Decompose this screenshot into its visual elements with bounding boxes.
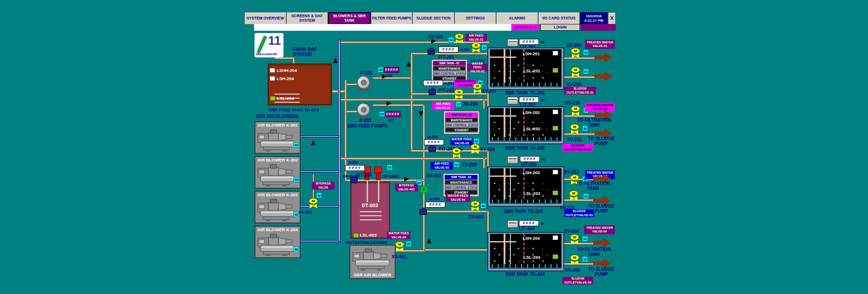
hmi-screen: SYSTEM OVERVIEW SCREENS & DAF SYSTEM BLO…: [0, 0, 868, 294]
xv-204-label: XV-204: [566, 82, 581, 87]
valve-xv-401[interactable]: M: [395, 242, 404, 251]
water-feed-valve-03-label: WATER FEED VALVE-03: [450, 138, 473, 145]
motor-status-box: M: [454, 162, 459, 167]
lsl-204-label: LSL-204: [277, 96, 294, 101]
motor-status-box: M: [474, 138, 479, 144]
lsl-203-indicator: [552, 190, 558, 195]
valve-xv-405[interactable]: M: [570, 255, 579, 265]
lsl-003-indicator: [353, 233, 359, 238]
treated-water-valve-01-label: TREATED WATER VALVE-01: [585, 40, 615, 49]
valve-xv-203[interactable]: M: [571, 48, 580, 58]
sbr-air-blower-unit[interactable]: SBR AIR BLOWER: [349, 245, 396, 279]
fit-202-label: FIT-202: [439, 88, 454, 93]
nutrition-dosing-tank: [350, 182, 390, 239]
tab-filter-feed-pumps[interactable]: FILTER FEED PUMPS: [371, 12, 413, 24]
valve-xv-202[interactable]: M: [472, 43, 481, 52]
flow-arrow: [427, 238, 431, 243]
valve-motor: M: [395, 242, 404, 247]
tab-screens-daf-system[interactable]: SCREENS & DAF SYSTEM: [287, 12, 328, 24]
fit-203-meter-icon: [429, 146, 436, 152]
lit-201-display: ####: [519, 39, 539, 45]
motor-status-box: M: [379, 111, 385, 117]
xv-404-label: XV-404: [564, 229, 579, 234]
maintenance-button[interactable]: MAINTENANCE: [445, 180, 477, 185]
m-unit-label: m: [541, 98, 544, 102]
lsl-204-indicator: [552, 254, 558, 259]
valve-xv-213[interactable]: M: [569, 190, 578, 200]
fit-204-label: FIT-204: [356, 173, 372, 178]
xv-405-label: XV-405: [565, 268, 580, 273]
header-strip: [254, 24, 511, 31]
air-blower-k201[interactable]: AIR BLOWER K-201 M: [255, 121, 301, 154]
valve-body-icon: [572, 73, 579, 77]
from-daf-label-line2: SYSTEM: [293, 52, 311, 57]
valve-xv-205[interactable]: M: [309, 198, 318, 208]
lit-202-display: ####: [519, 97, 539, 103]
tab-io-card-status[interactable]: I/O CARD STATUS: [538, 12, 580, 24]
air-blower-k203[interactable]: AIR BLOWER K-203 M: [255, 191, 301, 223]
blower-pipe: [298, 171, 339, 172]
valve-body-icon: [571, 130, 578, 134]
valve-xv-210[interactable]: M: [571, 106, 580, 116]
motor-status-box: M: [448, 37, 454, 43]
valve-xv-207[interactable]: M: [473, 83, 482, 93]
lsh-203-indicator: [552, 170, 558, 175]
blower-k204-label: AIR BLOWER K-204: [255, 227, 300, 232]
diffuser-ticks: [492, 264, 560, 268]
pipe-segment: [483, 158, 485, 169]
login-button[interactable]: LOGIN: [540, 24, 580, 31]
flow-arrow: [311, 140, 316, 145]
blower-pipe: [298, 240, 339, 242]
pipe-segment: [424, 249, 489, 251]
water-feed-valve-04-label: WATER FEED VALVE-04: [446, 194, 470, 202]
sbr-control-status-button[interactable]: SBR CONTROL STATUS: [433, 71, 466, 76]
lshh-204-indicator: [269, 68, 275, 73]
lsh-201-indicator: [552, 51, 558, 56]
xv-207-label: XV-207: [482, 89, 497, 94]
tab-alarms[interactable]: ALARMS: [496, 12, 538, 24]
air-blower-k202[interactable]: AIR BLOWER K-202 M: [255, 156, 301, 189]
valve-xv-201[interactable]: M: [455, 33, 464, 43]
tab-blowers-sbr-tank[interactable]: BLOWERS & SBR TANK: [328, 12, 371, 24]
lsl-204-label: LSL-204: [524, 255, 540, 260]
dosing-pump-dp003c[interactable]: [374, 166, 381, 179]
valve-xv-403[interactable]: M: [471, 201, 480, 211]
blower-graphic: [257, 129, 299, 152]
lit-202-sensor-icon: [507, 97, 518, 104]
motor-status-box: M: [293, 247, 299, 252]
pipe-segment: [340, 99, 490, 101]
bypass-valve-402-icon[interactable]: [420, 186, 428, 194]
valve-xv-211[interactable]: M: [570, 124, 579, 134]
acknowledge-button[interactable]: ACKNOWLEDGE: [511, 24, 539, 30]
lit-404-display: ####: [519, 220, 539, 226]
tab-bar: SYSTEM OVERVIEW SCREENS & DAF SYSTEM BLO…: [245, 12, 580, 24]
valve-body-icon: [472, 48, 480, 52]
valve-xv-209[interactable]: M: [471, 144, 480, 154]
tab-settings[interactable]: SETTINGS: [455, 12, 496, 24]
time-text: 4:21:17 PM: [580, 19, 608, 23]
motor-status-box: M: [582, 256, 588, 262]
valve-xv-204[interactable]: M: [571, 67, 580, 77]
lsh-201-label: LSH-201: [523, 51, 540, 56]
valve-xv-206[interactable]: M: [454, 89, 463, 99]
sbr-control-status-button[interactable]: SBR CONTROL STATUS: [445, 185, 477, 190]
valve-xv-404[interactable]: M: [570, 234, 579, 244]
sbr-tank-01-status-panel: SBR TANK -01 MAINTENANCE SBR CONTROL STA…: [432, 60, 467, 82]
pump-p201[interactable]: [357, 76, 373, 91]
pump-p202[interactable]: [357, 103, 373, 118]
tab-sludge-section[interactable]: SLUDGE SECTION: [413, 12, 454, 24]
tab-system-overview[interactable]: SYSTEM OVERVIEW: [245, 12, 286, 24]
motor-status-box: M: [456, 101, 461, 107]
valve-xv-208[interactable]: M: [452, 148, 461, 158]
maintenance-button[interactable]: MAINTENANCE: [433, 66, 466, 71]
motor-status-box: M: [387, 165, 392, 170]
internal-pipe: [490, 57, 516, 58]
close-button[interactable]: X: [608, 12, 616, 24]
maintenance-button[interactable]: MAINTENANCE: [445, 118, 478, 122]
motor-status-box: M: [583, 69, 589, 74]
valve-body-icon: [472, 207, 479, 211]
air-blower-k204[interactable]: AIR BLOWER K-204 M: [255, 226, 301, 258]
pipe-segment: [410, 52, 413, 152]
lsh-204-indicator: [269, 76, 275, 81]
sbr-control-status-button[interactable]: SBR CONTROL STATUS: [445, 123, 478, 127]
